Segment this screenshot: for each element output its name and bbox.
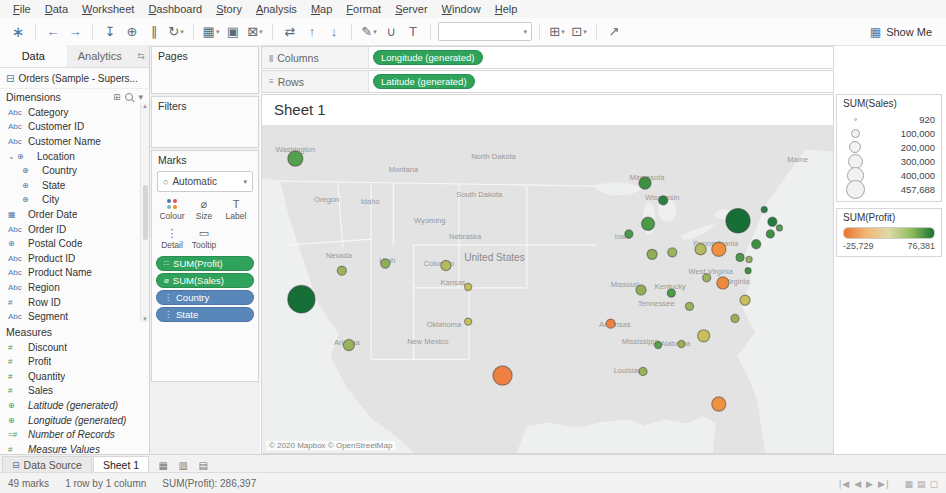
size-legend-item[interactable]: 457,688 <box>843 182 935 196</box>
filmstrip-view-icon[interactable]: ▤ <box>917 479 926 489</box>
field-state[interactable]: ⊕State <box>0 178 149 193</box>
field-city[interactable]: ⊕City <box>0 193 149 208</box>
map-mark[interactable] <box>766 230 774 238</box>
sort-descending-icon[interactable]: ↓ <box>324 22 344 42</box>
grid-view-icon[interactable]: ▦ <box>904 479 913 489</box>
share-icon[interactable]: ↗ <box>604 22 624 42</box>
menu-data[interactable]: Data <box>38 1 75 17</box>
save-icon[interactable]: ↧ <box>100 22 120 42</box>
map-mark[interactable] <box>288 285 315 313</box>
menu-story[interactable]: Story <box>209 1 249 17</box>
size-legend-item[interactable]: 920 <box>843 112 935 126</box>
size-legend-item[interactable]: 200,000 <box>843 140 935 154</box>
field-region[interactable]: AbcRegion <box>0 280 149 295</box>
field-country[interactable]: ⊕Country <box>0 163 149 178</box>
field-customer-id[interactable]: AbcCustomer ID <box>0 120 149 135</box>
field-discount[interactable]: #Discount <box>0 340 149 355</box>
map-mark[interactable] <box>698 330 710 342</box>
map-mark[interactable] <box>343 339 354 350</box>
map-mark[interactable] <box>678 340 685 347</box>
menu-worksheet[interactable]: Worksheet <box>75 1 141 17</box>
presentation-mode-icon[interactable]: ▢ <box>929 479 938 489</box>
new-dashboard-button[interactable]: ▥ <box>174 458 192 472</box>
rows-pill-latitude-generated[interactable]: Latitude (generated) <box>373 74 475 89</box>
sort-ascending-icon[interactable]: ↑ <box>302 22 322 42</box>
menu-file[interactable]: File <box>6 1 38 17</box>
swap-axes-icon[interactable]: ⇄ <box>280 22 300 42</box>
fields-scrollbar[interactable]: ▲ ▼ <box>140 103 149 322</box>
map-mark[interactable] <box>726 209 750 233</box>
detail-button[interactable]: ⋮Detail <box>156 225 188 252</box>
highlight-icon[interactable]: ✎▾ <box>359 22 379 42</box>
map-mark[interactable] <box>641 217 654 230</box>
map-mark[interactable] <box>337 266 346 275</box>
next-page-icon[interactable]: ▶ <box>866 479 873 489</box>
tab-sheet1[interactable]: Sheet 1 <box>93 456 149 473</box>
group-members-icon[interactable]: ∪ <box>381 22 401 42</box>
map-mark[interactable] <box>768 217 777 226</box>
map-mark[interactable] <box>639 177 651 189</box>
undo-icon[interactable]: ← <box>43 22 63 42</box>
menu-window[interactable]: Window <box>435 1 488 17</box>
map-mark[interactable] <box>639 367 647 375</box>
map-canvas[interactable]: WashingtonMontanaNorth DakotaMinnesotaOr… <box>262 125 833 453</box>
size-button[interactable]: ⌀Size <box>188 196 220 223</box>
field-longitude-generated[interactable]: ⊕Longitude (generated) <box>0 413 149 428</box>
sheet-title[interactable]: Sheet 1 <box>262 95 833 125</box>
profit-gradient[interactable] <box>843 227 935 239</box>
map-mark[interactable] <box>441 260 451 270</box>
map-mark[interactable] <box>668 248 677 257</box>
first-page-icon[interactable]: ∣◀ <box>838 479 849 489</box>
field-category[interactable]: AbcCategory <box>0 105 149 120</box>
map-mark[interactable] <box>606 319 615 328</box>
map-mark[interactable] <box>731 314 739 322</box>
mark-type-dropdown[interactable]: ○ Automatic ▾ <box>157 171 253 192</box>
pages-shelf[interactable]: Pages <box>151 46 259 94</box>
map-mark[interactable] <box>703 274 711 282</box>
view-size-combo[interactable]: ▾ <box>438 22 532 41</box>
show-me-button[interactable]: ▦ Show Me <box>864 23 938 41</box>
map-mark[interactable] <box>695 244 706 255</box>
map-mark[interactable] <box>659 196 668 205</box>
clear-sheet-icon[interactable]: ⊠▾ <box>245 22 265 42</box>
totals-icon[interactable]: ⊞▾ <box>547 22 567 42</box>
columns-shelf[interactable]: Longitude (generated) <box>369 47 833 68</box>
field-postal-code[interactable]: ⊕Postal Code <box>0 236 149 251</box>
map-mark[interactable] <box>776 225 782 231</box>
columns-pill-longitude-generated[interactable]: Longitude (generated) <box>373 50 483 65</box>
fit-icon[interactable]: ⊡▾ <box>569 22 589 42</box>
field-quantity[interactable]: #Quantity <box>0 369 149 384</box>
expand-caret-icon[interactable]: ⌄ <box>8 152 17 161</box>
map-mark[interactable] <box>288 151 303 166</box>
marks-pill-sum-profit[interactable]: ∷SUM(Profit) <box>156 256 254 271</box>
field-location[interactable]: ⌄⊕Location <box>0 149 149 164</box>
map-view[interactable]: WashingtonMontanaNorth DakotaMinnesotaOr… <box>262 125 833 453</box>
field-measure-values[interactable]: #Measure Values <box>0 442 149 454</box>
map-mark[interactable] <box>685 302 693 310</box>
field-sales[interactable]: #Sales <box>0 384 149 399</box>
map-mark[interactable] <box>752 240 761 249</box>
field-number-of-records[interactable]: =#Number of Records <box>0 427 149 442</box>
map-mark[interactable] <box>745 268 751 274</box>
new-worksheet-icon[interactable]: ▦▾ <box>201 22 221 42</box>
pause-updates-icon[interactable]: ∥ <box>144 22 164 42</box>
duplicate-sheet-icon[interactable]: ▣ <box>223 22 243 42</box>
map-mark[interactable] <box>667 289 675 297</box>
menu-help[interactable]: Help <box>488 1 525 17</box>
marks-pill-state[interactable]: ⋮State <box>156 307 254 322</box>
menu-analysis[interactable]: Analysis <box>249 1 304 17</box>
marks-pill-country[interactable]: ⋮Country <box>156 290 254 305</box>
menu-server[interactable]: Server <box>388 1 434 17</box>
map-mark[interactable] <box>740 295 750 305</box>
tableau-logo[interactable]: ∗ <box>8 22 28 42</box>
tab-data-source[interactable]: ⊟ Data Source <box>2 456 92 473</box>
new-worksheet-button[interactable]: ▦ <box>154 458 172 472</box>
last-page-icon[interactable]: ▶∣ <box>878 479 889 489</box>
show-mark-labels-icon[interactable]: T <box>403 22 423 42</box>
field-product-id[interactable]: AbcProduct ID <box>0 251 149 266</box>
colour-button[interactable]: Colour <box>156 196 188 223</box>
map-mark[interactable] <box>465 318 472 325</box>
field-row-id[interactable]: #Row ID <box>0 295 149 310</box>
pane-collapse-icon[interactable]: ⇆ <box>133 45 149 67</box>
map-mark[interactable] <box>655 341 662 348</box>
